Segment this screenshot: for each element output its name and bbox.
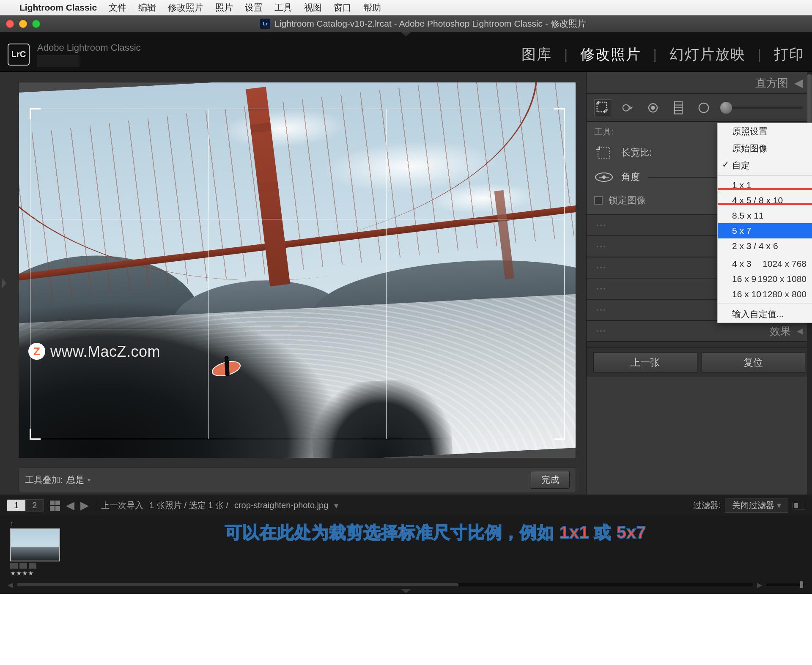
window-controls bbox=[6, 20, 40, 28]
mac-menubar[interactable]: Lightroom Classic 文件 编辑 修改照片 照片 设置 工具 视图… bbox=[0, 0, 812, 15]
scrub-right-icon[interactable]: ▶ bbox=[757, 581, 762, 589]
module-develop[interactable]: 修改照片 bbox=[580, 45, 641, 64]
aspect-item-85x11[interactable]: 8.5 x 11 bbox=[718, 208, 812, 223]
filename-dropdown-icon[interactable]: ▾ bbox=[334, 501, 338, 511]
lrc-doc-icon: Lr bbox=[260, 19, 270, 29]
menu-edit[interactable]: 编辑 bbox=[138, 2, 156, 14]
crop-handle-bl[interactable] bbox=[30, 429, 41, 440]
aspect-ratio-label: 长宽比: bbox=[621, 146, 652, 159]
crop-tool-icon[interactable] bbox=[594, 99, 611, 116]
module-sep: | bbox=[757, 46, 762, 63]
menubar-app-name[interactable]: Lightroom Classic bbox=[19, 3, 97, 13]
panel-effects[interactable]: 效果◀ bbox=[587, 320, 812, 342]
brush-tool-icon[interactable] bbox=[720, 102, 732, 114]
crop-handle-tr[interactable] bbox=[554, 108, 565, 119]
current-filename[interactable]: crop-straighten-photo.jpg bbox=[234, 501, 328, 510]
bottom-panel-toggle[interactable] bbox=[401, 589, 411, 593]
module-library[interactable]: 图库 bbox=[521, 45, 552, 64]
menu-settings[interactable]: 设置 bbox=[245, 2, 263, 14]
filmstrip-scrubber[interactable]: ◀ ▶ bbox=[0, 580, 812, 589]
menu-help[interactable]: 帮助 bbox=[363, 2, 381, 14]
crop-frame-icon[interactable] bbox=[594, 143, 614, 162]
menu-tools[interactable]: 工具 bbox=[274, 2, 292, 14]
window-titlebar[interactable]: Lr Lightroom Catalog-v10-2.lrcat - Adobe… bbox=[0, 15, 812, 32]
brush-size-slider[interactable] bbox=[720, 102, 804, 114]
module-slideshow[interactable]: 幻灯片放映 bbox=[669, 45, 746, 64]
window-close-button[interactable] bbox=[6, 20, 14, 28]
aspect-item-5x7[interactable]: 5 x 7 bbox=[718, 223, 812, 238]
nav-prev-icon[interactable]: ◀ bbox=[66, 499, 74, 512]
checkmark-icon: ✓ bbox=[722, 159, 730, 170]
scrub-track[interactable] bbox=[17, 583, 753, 586]
seg-2[interactable]: 2 bbox=[25, 500, 44, 511]
panel-collapse-icon: ◀ bbox=[794, 77, 803, 90]
top-panel-toggle[interactable] bbox=[401, 32, 411, 36]
thumb-index: 1 bbox=[10, 521, 61, 528]
source-breadcrumb[interactable]: 上一次导入 bbox=[101, 500, 143, 511]
tool-overlay-value[interactable]: 总是 bbox=[66, 474, 84, 486]
toolbar-below-canvas: 工具叠加: 总是 ▾ 完成 bbox=[19, 468, 576, 492]
spot-removal-tool-icon[interactable] bbox=[619, 99, 636, 117]
right-panel-more-icon[interactable] bbox=[694, 342, 705, 346]
aspect-item-original-image[interactable]: 原始图像 bbox=[718, 140, 812, 157]
menu-file[interactable]: 文件 bbox=[109, 2, 126, 14]
menu-window[interactable]: 窗口 bbox=[334, 2, 351, 14]
menu-view[interactable]: 视图 bbox=[304, 2, 322, 14]
redeye-tool-icon[interactable] bbox=[644, 99, 662, 117]
thumb-image[interactable] bbox=[10, 528, 60, 561]
window-seg[interactable]: 1 2 bbox=[7, 499, 44, 512]
filmstrip-thumbnail[interactable]: 1 ★★★★ bbox=[10, 521, 61, 577]
aspect-item-original-settings[interactable]: 原照设置 bbox=[718, 123, 812, 140]
window-zoom-button[interactable] bbox=[32, 20, 40, 28]
photo-canvas[interactable]: Z www.MacZ.com bbox=[19, 82, 576, 458]
seg-1[interactable]: 1 bbox=[7, 500, 25, 511]
dropdown-arrow-icon[interactable]: ▾ bbox=[88, 476, 91, 483]
aspect-item-custom[interactable]: ✓自定 bbox=[718, 157, 812, 174]
thumb-badges bbox=[10, 563, 61, 569]
prev-reset-bar: 上一张 复位 bbox=[587, 348, 812, 377]
aspect-item-1x1[interactable]: 1 x 1 bbox=[718, 178, 812, 193]
left-panel-collapsed[interactable] bbox=[0, 72, 8, 495]
menu-photo[interactable]: 照片 bbox=[215, 2, 233, 14]
module-sep: | bbox=[564, 46, 568, 63]
svg-point-3 bbox=[651, 106, 655, 109]
filter-select[interactable]: 关闭过滤器 ▾ bbox=[725, 498, 788, 513]
gradient-tool-icon[interactable] bbox=[669, 99, 687, 117]
identity-plate[interactable] bbox=[37, 55, 80, 67]
crop-handle-tl[interactable] bbox=[30, 108, 41, 119]
module-print[interactable]: 打印 bbox=[774, 45, 804, 64]
aspect-item-16x9[interactable]: 16 x 91920 x 1080 bbox=[718, 271, 812, 287]
constrain-checkbox[interactable] bbox=[594, 196, 603, 205]
window-minimize-button[interactable] bbox=[19, 20, 27, 28]
aspect-item-2x3[interactable]: 2 x 3 / 4 x 6 bbox=[718, 238, 812, 254]
crop-overlay[interactable] bbox=[30, 109, 564, 439]
nav-next-icon[interactable]: ▶ bbox=[80, 499, 89, 512]
filmstrip[interactable]: 1 ★★★★ 可以在此处为裁剪选择标准尺寸比例，例如 1x1 或 5x7 bbox=[0, 516, 812, 580]
scrollbar-thumb[interactable] bbox=[807, 74, 812, 125]
aspect-item-16x10[interactable]: 16 x 101280 x 800 bbox=[718, 287, 812, 302]
radial-tool-icon[interactable] bbox=[695, 99, 713, 117]
aspect-item-enter-custom[interactable]: 输入自定值... bbox=[718, 306, 812, 323]
aspect-item-4x5[interactable]: 4 x 5 / 8 x 10 bbox=[718, 193, 812, 208]
panel-histogram[interactable]: 直方图 ◀ bbox=[587, 72, 812, 94]
tool-overlay-label: 工具叠加: bbox=[25, 474, 63, 486]
crop-handle-br[interactable] bbox=[554, 429, 565, 440]
done-button[interactable]: 完成 bbox=[531, 471, 570, 489]
panel-histogram-label: 直方图 bbox=[755, 76, 788, 90]
thumb-rating[interactable]: ★★★★ bbox=[10, 569, 61, 577]
constrain-label: 锁定图像 bbox=[609, 194, 646, 207]
identity-plate-bar: LrC Adobe Lightroom Classic 图库 | 修改照片 | … bbox=[0, 37, 812, 72]
menu-develop[interactable]: 修改照片 bbox=[168, 2, 203, 14]
main-area: Z www.MacZ.com 工具叠加: 总是 ▾ 完成 直方图 ◀ bbox=[0, 72, 812, 495]
straighten-icon[interactable] bbox=[594, 168, 614, 186]
filter-toggle[interactable] bbox=[793, 502, 805, 509]
reset-button[interactable]: 复位 bbox=[702, 352, 806, 372]
aspect-ratio-menu[interactable]: 原照设置 原始图像 ✓自定 1 x 1 4 x 5 / 8 x 10 8.5 x… bbox=[717, 123, 812, 323]
window-title-text: Lightroom Catalog-v10-2.lrcat - Adobe Ph… bbox=[274, 18, 586, 30]
aspect-item-4x3[interactable]: 4 x 31024 x 768 bbox=[718, 256, 812, 271]
grid-view-icon[interactable] bbox=[50, 501, 60, 511]
scrub-left-icon[interactable]: ◀ bbox=[8, 581, 13, 589]
previous-button[interactable]: 上一张 bbox=[593, 352, 697, 372]
thumb-size-slider[interactable] bbox=[766, 583, 804, 586]
app-logo-icon: LrC bbox=[8, 44, 30, 66]
